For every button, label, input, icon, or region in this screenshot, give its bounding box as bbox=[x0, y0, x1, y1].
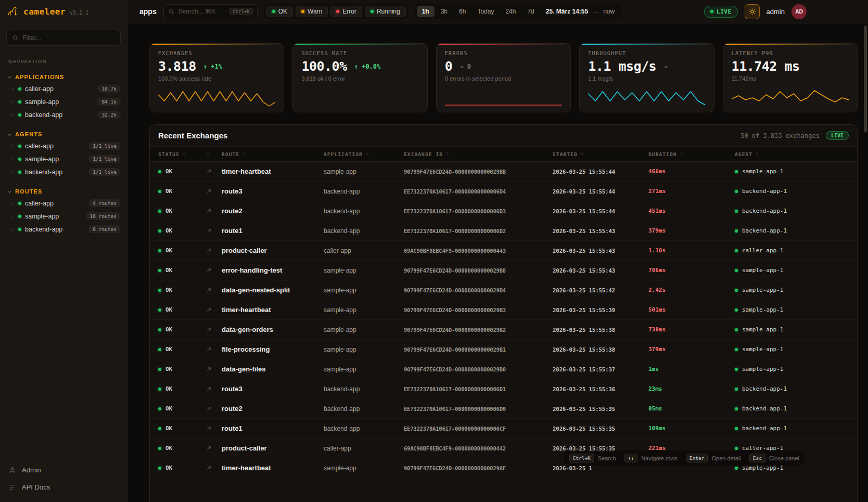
live-indicator[interactable]: LIVE bbox=[704, 6, 738, 18]
route-link-icon[interactable] bbox=[206, 169, 222, 174]
route-cell[interactable]: file-processing bbox=[222, 345, 324, 353]
column-header-icon[interactable] bbox=[206, 152, 222, 156]
exchange-row[interactable]: OKroute2backend-appEE7322370A10617-00000… bbox=[150, 399, 857, 419]
route-link-icon[interactable] bbox=[206, 327, 222, 332]
route-cell[interactable]: route3 bbox=[222, 385, 324, 393]
route-cell[interactable]: product-caller bbox=[222, 444, 324, 452]
exchange-row[interactable]: OKproduct-callercaller-app69AC90BF8EBC4F… bbox=[150, 241, 857, 261]
route-cell[interactable]: route2 bbox=[222, 405, 324, 413]
app-logo[interactable]: cameleer v3.2.1 bbox=[0, 0, 127, 23]
time-range-6h[interactable]: 6h bbox=[454, 6, 471, 17]
agent-dot bbox=[735, 269, 738, 272]
column-header-route[interactable]: ROUTE bbox=[222, 151, 324, 157]
route-link-icon[interactable] bbox=[206, 188, 222, 194]
sidebar-item-applications-caller-app[interactable]: caller-app10.7k bbox=[0, 82, 127, 95]
hint-label: Navigate rows bbox=[641, 455, 678, 461]
route-cell[interactable]: route3 bbox=[222, 187, 324, 195]
status-filter-error[interactable]: Error bbox=[330, 6, 362, 17]
route-link-icon[interactable] bbox=[206, 228, 222, 234]
sidebar-item-agents-caller-app[interactable]: caller-app1/1 live bbox=[0, 139, 127, 152]
route-link-icon[interactable] bbox=[206, 208, 222, 214]
route-link-icon[interactable] bbox=[206, 386, 222, 392]
status-filter-warn[interactable]: Warn bbox=[296, 6, 328, 17]
search-input[interactable]: Search... ⌘K Ctrl+K bbox=[163, 4, 258, 19]
route-cell[interactable]: data-gen-files bbox=[222, 365, 324, 373]
sort-icon bbox=[445, 152, 450, 156]
exchange-row[interactable]: OKroute3backend-appEE7322370A10617-00000… bbox=[150, 379, 857, 399]
ok-dot bbox=[158, 190, 161, 193]
route-cell[interactable]: error-handling-test bbox=[222, 266, 324, 274]
scrollbar-thumb[interactable] bbox=[864, 25, 867, 132]
exchange-row[interactable]: OKroute2backend-appEE7322370A10617-00000… bbox=[150, 201, 857, 221]
sidebar-item-routes-sample-app[interactable]: sample-app16 routes bbox=[0, 210, 127, 223]
route-cell[interactable]: timer-heartbeat bbox=[222, 168, 324, 175]
ok-dot bbox=[158, 348, 161, 351]
exchange-row[interactable]: OKerror-handling-testsample-app90799F47E… bbox=[150, 261, 857, 280]
sidebar-item-applications-backend-app[interactable]: backend-app32.2k bbox=[0, 108, 127, 121]
exchange-row[interactable]: OKroute3backend-appEE7322370A10617-00000… bbox=[150, 182, 857, 201]
nav-section-header-agents[interactable]: AGENTS bbox=[0, 129, 127, 139]
route-link-icon[interactable] bbox=[206, 346, 222, 352]
exchange-row[interactable]: OKdata-gen-nested-splitsample-app90799F4… bbox=[150, 280, 857, 300]
exchange-row[interactable]: OKtimer-heartbeatsample-app90799F47E6CD2… bbox=[150, 162, 857, 182]
route-link-icon[interactable] bbox=[206, 248, 222, 253]
nav-section-header-applications[interactable]: APPLICATIONS bbox=[0, 72, 127, 82]
sidebar-item-applications-sample-app[interactable]: sample-app84.1k bbox=[0, 95, 127, 108]
route-cell[interactable]: product-caller bbox=[222, 247, 324, 254]
started-cell: 2026-03-25 15:55:42 bbox=[553, 287, 648, 293]
column-header-status[interactable]: STATUS bbox=[158, 151, 206, 157]
main-content: EXCHANGES3.818↑ +1%100.0% success rateSU… bbox=[127, 23, 868, 502]
route-cell[interactable]: timer-heartbeat bbox=[222, 464, 324, 472]
sidebar-filter-input[interactable]: Filter... bbox=[6, 30, 121, 46]
sidebar-item-routes-backend-app[interactable]: backend-app6 routes bbox=[0, 223, 127, 236]
route-link-icon[interactable] bbox=[206, 366, 222, 372]
sidebar-item-routes-caller-app[interactable]: caller-app4 routes bbox=[0, 197, 127, 210]
exchange-row[interactable]: OKroute1backend-appEE7322370A10617-00000… bbox=[150, 419, 857, 439]
route-cell[interactable]: data-gen-nested-split bbox=[222, 286, 324, 294]
time-range-3h[interactable]: 3h bbox=[436, 6, 453, 17]
route-cell[interactable]: route2 bbox=[222, 207, 324, 215]
stat-value: 11.742 ms bbox=[732, 59, 800, 74]
exchange-row[interactable]: OKroute1backend-appEE7322370A10617-00000… bbox=[150, 221, 857, 241]
route-link-icon[interactable] bbox=[206, 307, 222, 313]
theme-toggle-button[interactable] bbox=[745, 4, 760, 19]
nav-section-header-routes[interactable]: ROUTES bbox=[0, 186, 127, 197]
column-header-application[interactable]: APPLICATION bbox=[324, 151, 404, 157]
column-header-started[interactable]: STARTED bbox=[553, 151, 648, 157]
route-link-icon[interactable] bbox=[206, 287, 222, 293]
avatar[interactable]: AD bbox=[792, 4, 807, 19]
exchange-row[interactable]: OKdata-gen-filessample-app90799F47E6CD24… bbox=[150, 359, 857, 379]
exchange-row[interactable]: OKfile-processingsample-app90799F47E6CD2… bbox=[150, 340, 857, 359]
status-filter-ok[interactable]: OK bbox=[266, 6, 293, 17]
time-range-24h[interactable]: 24h bbox=[500, 6, 521, 17]
nav-item-label: sample-app bbox=[25, 156, 59, 163]
date-now-label[interactable]: now bbox=[603, 8, 615, 15]
route-link-icon[interactable] bbox=[206, 267, 222, 273]
route-link-icon[interactable] bbox=[206, 445, 222, 451]
column-header-duration[interactable]: DURATION bbox=[648, 151, 735, 157]
column-header-agent[interactable]: AGENT bbox=[735, 151, 849, 157]
route-link-icon[interactable] bbox=[206, 426, 222, 431]
route-cell[interactable]: data-gen-orders bbox=[222, 326, 324, 333]
sidebar-item-api-docs[interactable]: API Docs bbox=[0, 479, 127, 496]
sidebar-item-agents-backend-app[interactable]: backend-app1/1 live bbox=[0, 165, 127, 178]
date-range-label[interactable]: 25. März 14:55 bbox=[546, 8, 588, 15]
time-range-7d[interactable]: 7d bbox=[522, 6, 539, 17]
exchange-row[interactable]: OKtimer-heartbeatsample-app90799F47E6CD2… bbox=[150, 300, 857, 320]
route-cell[interactable]: timer-heartbeat bbox=[222, 306, 324, 314]
route-link-icon[interactable] bbox=[206, 465, 222, 471]
route-cell[interactable]: route1 bbox=[222, 424, 324, 432]
column-header-exchange-id[interactable]: EXCHANGE ID bbox=[404, 151, 553, 157]
nav-item-badge: 1/1 live bbox=[88, 168, 121, 176]
sidebar-item-agents-sample-app[interactable]: sample-app1/1 live bbox=[0, 152, 127, 165]
route-link-icon[interactable] bbox=[206, 406, 222, 411]
time-range-1h[interactable]: 1h bbox=[417, 6, 435, 17]
search-placeholder: Search... ⌘K bbox=[178, 8, 226, 15]
sparkline bbox=[588, 86, 705, 107]
sidebar-item-admin[interactable]: Admin bbox=[0, 461, 127, 479]
time-range-today[interactable]: Today bbox=[472, 6, 499, 17]
table-live-badge[interactable]: LIVE bbox=[826, 131, 849, 140]
route-cell[interactable]: route1 bbox=[222, 227, 324, 235]
status-filter-running[interactable]: Running bbox=[365, 6, 406, 17]
exchange-row[interactable]: OKdata-gen-orderssample-app90799F47E6CD2… bbox=[150, 320, 857, 340]
